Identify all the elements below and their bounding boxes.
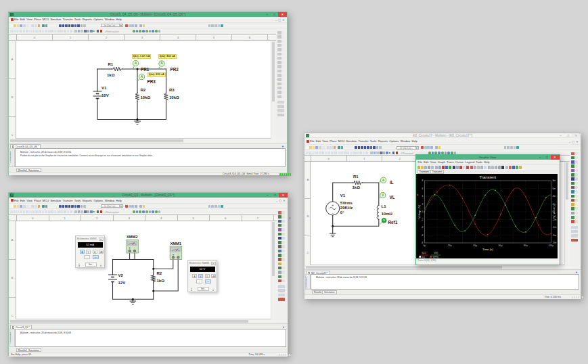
svg-text:I(L1): I(L1)	[422, 252, 426, 254]
svg-text:Ref1: Ref1	[388, 220, 398, 225]
svg-text:40µ: 40µ	[473, 244, 477, 247]
svg-text:A: A	[135, 61, 137, 64]
svg-text:-4m: -4m	[552, 226, 556, 229]
svg-text:XMM2: XMM2	[127, 235, 137, 239]
svg-text:0°: 0°	[340, 210, 344, 214]
svg-text:6: 6	[422, 187, 423, 190]
svg-text:R2: R2	[157, 271, 162, 275]
svg-text:V2: V2	[118, 273, 124, 277]
svg-text:8m: 8m	[552, 179, 556, 182]
svg-text:4: 4	[422, 195, 423, 198]
svg-text:-: -	[332, 211, 334, 215]
svg-text:10kΩ: 10kΩ	[169, 95, 179, 99]
svg-text:PR2: PR2	[171, 66, 179, 71]
svg-text:+: +	[173, 253, 175, 256]
svg-text:PR3: PR3	[148, 78, 156, 83]
svg-text:A: A	[382, 179, 385, 182]
svg-text:R1: R1	[108, 62, 114, 66]
svg-text:1kΩ: 1kΩ	[107, 73, 115, 77]
svg-text:PR1: PR1	[141, 66, 150, 71]
svg-text:4m: 4m	[552, 195, 556, 198]
svg-text:20KHz: 20KHz	[340, 206, 353, 210]
svg-text:V(3): V(3)	[434, 252, 438, 254]
svg-text:Time (s): Time (s)	[482, 248, 493, 251]
svg-text:A: A	[141, 74, 143, 78]
svg-text:R3: R3	[169, 87, 175, 91]
svg-text:10mH: 10mH	[382, 212, 392, 216]
svg-text:0µ: 0µ	[423, 244, 426, 247]
svg-text:IL: IL	[390, 180, 394, 185]
svg-text:0: 0	[422, 210, 423, 213]
svg-text:XMM1: XMM1	[171, 242, 181, 246]
svg-text:R1: R1	[353, 175, 359, 179]
svg-text:80µ: 80µ	[524, 244, 528, 247]
svg-text:20µ: 20µ	[447, 244, 451, 247]
svg-text:6m: 6m	[552, 187, 556, 190]
svg-text:L1: L1	[382, 204, 387, 208]
svg-text:8: 8	[422, 179, 423, 182]
svg-text:+: +	[129, 246, 131, 250]
svg-text:-6m: -6m	[552, 234, 556, 237]
svg-text:1kΩ: 1kΩ	[353, 185, 361, 189]
svg-text:+: +	[332, 203, 334, 207]
svg-text:V1: V1	[101, 85, 107, 89]
svg-text:-6: -6	[421, 234, 423, 237]
svg-text:2: 2	[422, 203, 423, 206]
svg-text:5Vrms: 5Vrms	[340, 201, 353, 205]
svg-text:-4: -4	[421, 226, 423, 229]
svg-text:-2: -2	[421, 219, 423, 221]
svg-text:1kΩ: 1kΩ	[157, 279, 165, 283]
svg-text:VL: VL	[390, 195, 395, 200]
svg-text:Transient: Transient	[479, 175, 496, 179]
svg-text:-2m: -2m	[552, 219, 556, 221]
svg-text:Current (A): Current (A)	[553, 205, 556, 219]
svg-text:100µ: 100µ	[548, 244, 553, 247]
svg-text:10kΩ: 10kΩ	[141, 95, 151, 99]
svg-text:R2: R2	[141, 87, 146, 91]
svg-text:V1: V1	[340, 194, 346, 198]
svg-text:A: A	[160, 62, 163, 65]
svg-text:10V: 10V	[101, 93, 109, 97]
svg-text:V: V	[383, 219, 385, 222]
svg-text:Voltage (V): Voltage (V)	[417, 204, 420, 218]
svg-text:12V: 12V	[118, 281, 126, 285]
svg-text:60µ: 60µ	[498, 244, 502, 247]
